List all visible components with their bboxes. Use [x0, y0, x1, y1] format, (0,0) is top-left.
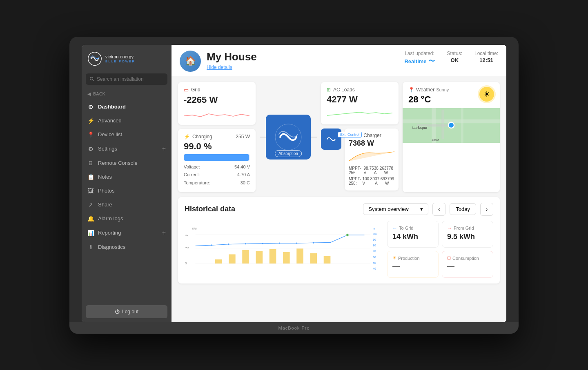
- from-grid-value: 9.5 kWh: [447, 233, 488, 241]
- sidebar-item-notes[interactable]: 📋 Notes: [82, 170, 172, 184]
- svg-rect-32: [270, 249, 276, 264]
- svg-text:40: 40: [373, 267, 376, 270]
- sidebar-item-photos[interactable]: 🖼 Photos: [82, 184, 172, 198]
- svg-point-45: [346, 234, 349, 237]
- system-overview-dropdown[interactable]: System overview ▾: [363, 203, 428, 215]
- sidebar-item-advanced[interactable]: ⚡ Advanced: [82, 114, 172, 128]
- svg-text:90: 90: [373, 238, 376, 241]
- charging-card: ⚡ Charging 255 W 99.0 % Voltage:: [178, 129, 256, 192]
- svg-point-39: [245, 243, 246, 244]
- to-grid-arrow-icon: ←: [392, 225, 397, 231]
- sidebar-logo: victron energy BLUE POWER: [82, 45, 172, 70]
- local-time-meta: Local time: 12:51: [474, 51, 498, 66]
- historical-section: Historical data System overview ▾ ‹ Toda…: [178, 197, 500, 284]
- svg-text:7.5: 7.5: [185, 247, 189, 250]
- reporting-plus-icon: +: [162, 229, 166, 237]
- chevron-down-icon: ▾: [420, 206, 423, 212]
- sidebar-item-reporting[interactable]: 📊 Reporting +: [82, 226, 172, 240]
- svg-rect-35: [310, 253, 317, 264]
- mppt1-current: 38.26 A: [374, 166, 384, 175]
- from-grid-card: → From Grid 9.5 kWh: [442, 221, 493, 248]
- svg-point-44: [330, 242, 331, 243]
- sidebar-item-remote-console[interactable]: 🖥 Remote Console: [82, 156, 172, 170]
- mppt2-power: 3799 W: [385, 177, 394, 186]
- location-pin-icon: 📍: [408, 87, 414, 93]
- mppt2-label: MPPT-258:: [349, 177, 362, 186]
- svg-point-43: [313, 242, 314, 243]
- sidebar-item-diagnostics[interactable]: ℹ Diagnostics: [82, 240, 172, 254]
- sun-icon: ☀: [479, 87, 494, 102]
- production-card: ☀ Production —: [387, 251, 439, 278]
- realtime-value: Realtime 〜: [404, 57, 434, 66]
- last-updated-label: Last updated:: [404, 51, 434, 56]
- back-button[interactable]: ◀ BACK: [82, 88, 172, 100]
- svg-point-11: [448, 122, 454, 128]
- svg-rect-29: [229, 254, 236, 263]
- svg-text:10: 10: [185, 233, 189, 236]
- laptop-frame: victron energy BLUE POWER ◀ BACK: [69, 37, 519, 334]
- mppt2-current: 37.69 A: [375, 177, 385, 186]
- sidebar: victron energy BLUE POWER ◀ BACK: [82, 45, 172, 322]
- sidebar-item-label: Share: [98, 202, 112, 208]
- sidebar-item-label: Photos: [98, 188, 114, 194]
- sidebar-item-alarm-logs[interactable]: 🔔 Alarm logs: [82, 212, 172, 226]
- header-meta: Last updated: Realtime 〜 Status: OK Loca…: [404, 51, 498, 66]
- hide-details-link[interactable]: Hide details: [207, 64, 232, 70]
- search-box[interactable]: [86, 73, 167, 85]
- current-value: 4.70 A: [237, 171, 250, 179]
- laptop-screen: victron energy BLUE POWER ◀ BACK: [82, 45, 506, 322]
- svg-line-2: [93, 80, 94, 81]
- historical-title: Historical data: [185, 205, 359, 213]
- voltage-label: Voltage:: [184, 163, 200, 171]
- logo-text: victron energy: [105, 54, 135, 60]
- mppt2-voltage: 100.80 V: [362, 177, 375, 186]
- svg-rect-36: [324, 256, 331, 264]
- diagnostics-icon: ℹ: [87, 244, 94, 250]
- sidebar-item-share[interactable]: ↗ Share: [82, 198, 172, 212]
- weather-label: Weather: [416, 87, 434, 93]
- inverter2-logo: [324, 132, 338, 146]
- mppt1-voltage: 98.75 V: [364, 166, 374, 175]
- svg-rect-28: [215, 259, 222, 264]
- current-label: Current:: [184, 171, 200, 179]
- svg-text:100: 100: [373, 233, 377, 235]
- sidebar-item-label: Device list: [98, 131, 122, 137]
- charging-icon: ⚡: [184, 134, 190, 140]
- victron-logo-icon: [87, 51, 102, 66]
- status-meta: Status: OK: [447, 51, 462, 66]
- to-grid-label: To Grid: [399, 226, 413, 230]
- chart-side-stats: ← To Grid 14 kWh → From Grid 9.5: [387, 221, 493, 278]
- advanced-icon: ⚡: [87, 117, 94, 124]
- alarm-icon: 🔔: [87, 215, 94, 222]
- sidebar-item-label: Remote Console: [98, 160, 138, 166]
- sidebar-item-dashboard[interactable]: ⊙ Dashboard: [82, 100, 172, 114]
- prev-period-button[interactable]: ‹: [432, 203, 445, 216]
- logout-label: Log out: [122, 309, 138, 315]
- dashboard-icon: ⊙: [87, 104, 94, 110]
- ac-loads-label: AC Loads: [333, 87, 355, 93]
- next-period-button[interactable]: ›: [480, 203, 493, 216]
- sidebar-item-label: Alarm logs: [98, 215, 123, 222]
- sidebar-item-device-list[interactable]: 📍 Device list: [82, 128, 172, 142]
- production-sun-icon: ☀: [392, 255, 396, 261]
- remote-console-icon: 🖥: [87, 160, 94, 166]
- realtime-wave-icon: 〜: [428, 57, 435, 66]
- consumption-value: —: [447, 262, 488, 271]
- status-value: OK: [447, 57, 462, 63]
- house-thumbnail: 🏠: [180, 51, 201, 72]
- svg-point-42: [296, 242, 297, 244]
- search-input[interactable]: [97, 76, 163, 82]
- notes-icon: 📋: [87, 174, 94, 180]
- today-button[interactable]: Today: [450, 203, 476, 215]
- weather-top: 📍 Weather Sunny 28 °C ☀: [403, 82, 500, 108]
- svg-point-40: [262, 243, 263, 244]
- logout-button[interactable]: ⏻ Log out: [86, 305, 167, 318]
- nav-items: ⊙ Dashboard ⚡ Advanced 📍 Device list ⚙ S…: [82, 100, 172, 301]
- charging-bar-fill: [184, 154, 249, 161]
- mppt1-power: 3778 W: [384, 166, 394, 175]
- svg-text:%: %: [373, 228, 375, 230]
- grid-label: Grid: [191, 87, 200, 93]
- sidebar-item-settings[interactable]: ⚙ Settings +: [82, 142, 172, 156]
- charging-label: Charging: [192, 134, 212, 140]
- sidebar-item-label: Reporting: [98, 230, 121, 236]
